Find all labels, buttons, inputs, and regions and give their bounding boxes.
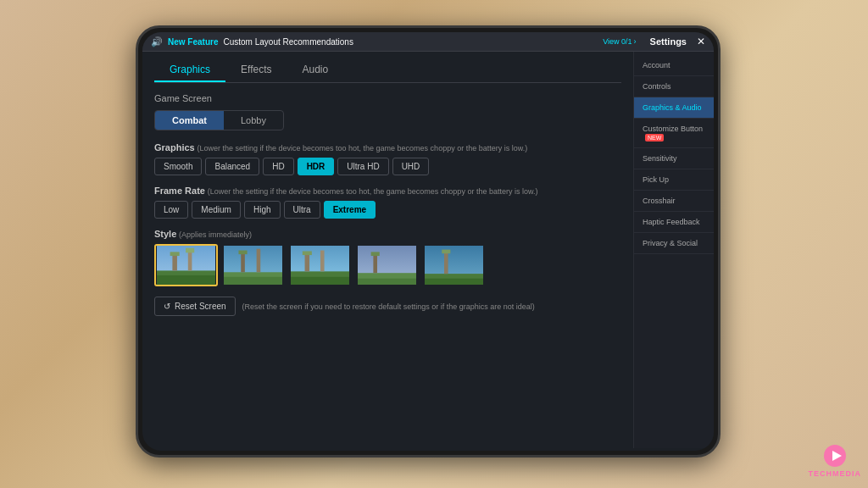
svg-rect-27	[442, 250, 450, 254]
tab-audio[interactable]: Audio	[287, 58, 344, 82]
option-extreme[interactable]: Extreme	[324, 201, 376, 219]
watermark-text: TECHMEDIA	[809, 469, 862, 478]
close-icon[interactable]: ✕	[697, 36, 705, 47]
svg-rect-18	[291, 277, 349, 285]
subtab-lobby[interactable]: Lobby	[224, 111, 283, 130]
option-hd[interactable]: HD	[263, 158, 293, 175]
style-thumb-2[interactable]	[221, 244, 285, 286]
frame-rate-title: Frame Rate (Lower the setting if the dev…	[154, 186, 621, 196]
style-thumb-4[interactable]	[355, 244, 419, 286]
tab-effects[interactable]: Effects	[225, 58, 287, 82]
sidebar-item-privacy[interactable]: Privacy & Social	[634, 233, 714, 254]
settings-title: Settings	[650, 36, 687, 47]
reset-icon: ↺	[164, 302, 170, 311]
main-content: Graphics Effects Audio Game Screen Comba…	[142, 52, 714, 448]
svg-rect-16	[303, 251, 312, 255]
option-high[interactable]: High	[244, 201, 281, 219]
sidebar-item-controls[interactable]: Controls	[634, 76, 714, 97]
svg-rect-23	[358, 279, 416, 285]
svg-rect-10	[238, 251, 247, 255]
frame-rate-options-row: Low Medium High Ultra Extreme	[154, 201, 621, 219]
reset-hint: (Reset the screen if you need to restore…	[242, 302, 535, 311]
new-feature-label: New Feature	[168, 37, 218, 47]
reset-btn-label: Reset Screen	[175, 302, 226, 311]
phone-frame: 🔊 New Feature Custom Layout Recommendati…	[136, 25, 721, 458]
sidebar-item-pick-up[interactable]: Pick Up	[634, 169, 714, 191]
phone-screen: 🔊 New Feature Custom Layout Recommendati…	[142, 32, 714, 451]
option-ultra-hd[interactable]: Ultra HD	[337, 158, 388, 175]
style-thumb-5[interactable]	[422, 244, 486, 286]
sidebar-item-haptic[interactable]: Haptic Feedback	[634, 212, 714, 233]
svg-rect-5	[186, 248, 194, 253]
graphics-options-row: Smooth Balanced HD HDR Ultra HD UHD	[154, 158, 621, 175]
sidebar-item-graphics-audio[interactable]: Graphics & Audio	[634, 97, 714, 119]
style-title: Style (Applies immediately)	[154, 229, 621, 239]
svg-rect-17	[320, 251, 325, 272]
center-panel: Graphics Effects Audio Game Screen Comba…	[142, 52, 633, 448]
subtab-combat[interactable]: Combat	[155, 111, 224, 130]
game-screen-label: Game Screen	[154, 93, 621, 103]
svg-rect-4	[188, 250, 192, 271]
graphics-title: Graphics (Lower the setting if the devic…	[154, 142, 621, 152]
option-hdr[interactable]: HDR	[298, 158, 335, 175]
option-smooth[interactable]: Smooth	[154, 158, 202, 175]
sidebar-item-account[interactable]: Account	[634, 55, 714, 76]
reset-row: ↺ Reset Screen (Reset the screen if you …	[154, 297, 621, 316]
svg-rect-26	[444, 251, 448, 274]
watermark: TECHMEDIA	[809, 444, 862, 478]
right-sidebar: Account Controls Graphics & Audio Custom…	[633, 52, 714, 448]
style-section: Style (Applies immediately)	[154, 229, 621, 286]
reset-screen-button[interactable]: ↺ Reset Screen	[154, 297, 236, 316]
option-medium[interactable]: Medium	[192, 201, 241, 219]
svg-rect-9	[241, 252, 245, 272]
new-badge: NEW	[645, 134, 664, 141]
option-uhd[interactable]: UHD	[392, 158, 430, 175]
tabs-row: Graphics Effects Audio	[154, 58, 621, 83]
svg-rect-28	[425, 279, 483, 285]
speaker-icon: 🔊	[151, 36, 163, 47]
subtabs-row: Combat Lobby	[154, 110, 284, 130]
svg-rect-3	[170, 252, 180, 256]
sidebar-item-customize[interactable]: Customize Button NEW	[634, 119, 714, 148]
option-low[interactable]: Low	[154, 201, 188, 219]
frame-rate-section: Frame Rate (Lower the setting if the dev…	[154, 186, 621, 219]
svg-rect-22	[371, 252, 380, 256]
style-thumbnails	[154, 244, 621, 286]
custom-layout-label: Custom Layout Recommendations	[223, 37, 353, 47]
style-thumb-3[interactable]	[288, 244, 352, 286]
notification-bar: 🔊 New Feature Custom Layout Recommendati…	[142, 32, 714, 52]
sidebar-item-sensitivity[interactable]: Sensitivity	[634, 148, 714, 169]
svg-rect-15	[305, 252, 310, 271]
option-ultra[interactable]: Ultra	[284, 201, 320, 219]
option-balanced[interactable]: Balanced	[205, 158, 259, 175]
view-button[interactable]: View 0/1 ›	[603, 37, 636, 46]
sidebar-item-crosshair[interactable]: Crosshair	[634, 191, 714, 212]
svg-rect-6	[157, 275, 215, 285]
svg-rect-21	[373, 253, 377, 273]
svg-rect-12	[224, 277, 282, 285]
graphics-section: Graphics (Lower the setting if the devic…	[154, 142, 621, 175]
svg-rect-11	[257, 249, 261, 273]
tab-graphics[interactable]: Graphics	[154, 58, 225, 82]
svg-rect-2	[172, 253, 177, 270]
style-thumb-1[interactable]	[154, 244, 218, 286]
